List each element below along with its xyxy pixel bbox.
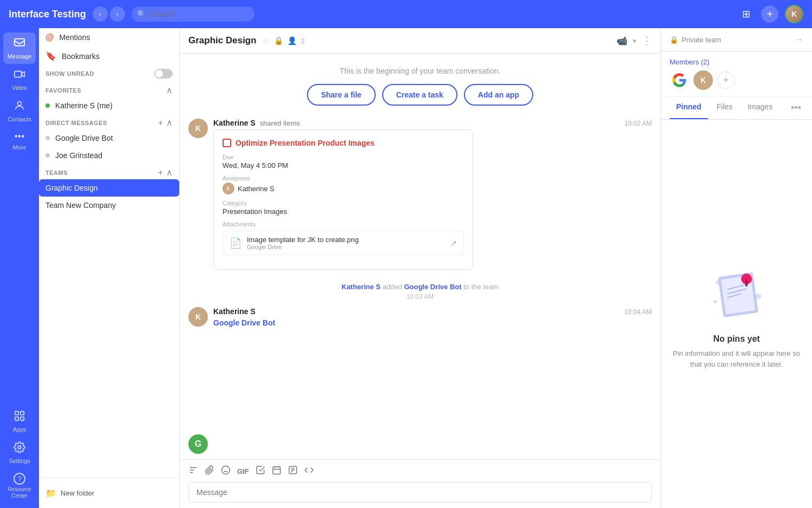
task-attachments: Attachments 📄 Image template for JK to c… (222, 221, 464, 255)
tabs-more-btn[interactable]: ••• (789, 97, 803, 119)
member-avatar-google (670, 70, 689, 90)
create-task-button[interactable]: Create a task (382, 84, 457, 106)
tab-files[interactable]: Files (710, 97, 739, 119)
more-icon: ••• (15, 131, 25, 142)
calendar-tool[interactable] (272, 465, 281, 478)
back-button[interactable]: ‹ (93, 6, 108, 22)
resource-icon: ? (14, 473, 25, 485)
nav-item-more[interactable]: ••• More (3, 127, 36, 155)
forward-button[interactable]: › (110, 6, 125, 22)
nav-label-more: More (12, 144, 26, 151)
message-content-1: Katherine S shared items 10:02 AM Optimi… (213, 119, 652, 270)
google-drive-mention[interactable]: Google Drive Bot (213, 318, 275, 327)
task-attachments-label: Attachments (222, 221, 464, 227)
add-app-button[interactable]: Add an app (464, 84, 533, 106)
top-header: Interface Testing ‹ › 🔍 ⊞ + K (0, 0, 812, 28)
sidebar-mentions[interactable]: @ Mentions (39, 28, 179, 47)
message-header-1: Katherine S shared items 10:02 AM (213, 119, 652, 127)
chat-start-text: This is the beginning of your team conve… (188, 54, 652, 84)
show-unread-toggle[interactable] (154, 69, 173, 79)
favorites-collapse-btn[interactable]: ∧ (166, 86, 173, 95)
attachment-source: Google Drive (247, 244, 445, 250)
right-panel: 🔒 Private team → Members (2) K + Pinned … (660, 28, 812, 508)
task-tool[interactable] (256, 465, 265, 478)
search-input[interactable] (132, 6, 254, 22)
note-tool[interactable] (288, 465, 298, 478)
tab-pinned[interactable]: Pinned (670, 97, 708, 119)
nav-label-apps: Apps (12, 426, 26, 433)
dm-actions: + ∧ (158, 119, 173, 127)
sidebar: @ Mentions 🔖 Bookmarks SHOW UNREAD FAVOR… (39, 28, 180, 508)
google-drive-bot-label: Google Drive Bot (55, 134, 113, 142)
video-dropdown-btn[interactable]: ▾ (633, 37, 637, 45)
teams-collapse-btn[interactable]: ∧ (166, 168, 173, 177)
system-bot-link[interactable]: Google Drive Bot (404, 283, 461, 291)
nav-label-message: Message (8, 53, 32, 60)
nav-item-settings[interactable]: Settings (3, 437, 36, 468)
code-tool[interactable] (304, 465, 314, 478)
dm-collapse-btn[interactable]: ∧ (166, 119, 173, 127)
attachment-name: Image template for JK to create.png (247, 236, 445, 244)
star-icon[interactable]: ☆ (262, 36, 270, 46)
contacts-icon (14, 100, 25, 114)
system-message: Katherine S added Google Drive Bot to th… (188, 278, 652, 293)
format-text-tool[interactable] (188, 465, 198, 478)
chat-messages: This is the beginning of your team conve… (180, 54, 660, 459)
task-checkbox[interactable] (222, 139, 231, 147)
sender-name-1: Katherine S (213, 119, 256, 127)
system-sender-link[interactable]: Katherine S (342, 283, 381, 291)
share-file-button[interactable]: Share a file (307, 84, 376, 106)
nav-item-video[interactable]: Video (3, 64, 36, 95)
right-panel-tabs: Pinned Files Images ••• (661, 97, 812, 120)
nav-item-apps[interactable]: Apps (3, 406, 36, 437)
member-count: 2 (301, 37, 305, 45)
nav-item-contacts[interactable]: Contacts (3, 95, 36, 127)
svg-rect-25 (745, 279, 748, 286)
system-end-text: to the team (463, 283, 499, 291)
nav-bottom: Apps Settings ? Resource Center (3, 406, 36, 504)
task-card-title: Optimize Presentation Product Images (222, 139, 464, 147)
task-assignees-label: Assignees (222, 175, 464, 181)
panel-close-btn[interactable]: → (795, 35, 803, 44)
graphic-design-label: Graphic Design (45, 184, 98, 192)
svg-point-28 (713, 300, 717, 303)
nav-arrows: ‹ › (93, 6, 125, 22)
attachment-link-icon[interactable]: ↗ (450, 239, 457, 248)
add-member-button[interactable]: + (717, 71, 735, 89)
sidebar-google-drive-bot[interactable]: Google Drive Bot (39, 129, 179, 147)
main-layout: Message Video Contacts ••• More Apps (0, 28, 812, 508)
message-2: K Katherine S 10:04 AM Google Drive Bot (188, 307, 652, 328)
nav-item-message[interactable]: Message (3, 32, 36, 64)
add-button[interactable]: + (761, 5, 778, 23)
joe-grinstead-label: Joe Grinstead (55, 151, 102, 160)
video-call-button[interactable]: 📹 (617, 36, 627, 46)
new-folder-btn[interactable]: 📁 New folder (45, 485, 173, 502)
grid-icon-button[interactable]: ⊞ (737, 5, 755, 23)
teams-label: TEAMS (45, 170, 68, 176)
more-options-btn[interactable]: ⋮ (642, 35, 652, 47)
gif-tool[interactable]: GIF (237, 465, 249, 478)
sidebar-katherine[interactable]: Katherine S (me) (39, 97, 179, 114)
online-indicator (45, 103, 50, 108)
emoji-tool[interactable] (221, 465, 231, 478)
teams-add-btn[interactable]: + (158, 168, 163, 177)
tab-images[interactable]: Images (741, 97, 779, 119)
sidebar-bookmarks[interactable]: 🔖 Bookmarks (39, 47, 179, 66)
chat-action-buttons: Share a file Create a task Add an app (188, 84, 652, 106)
nav-item-resource-center[interactable]: ? Resource Center (3, 468, 36, 504)
sidebar-joe-grinstead[interactable]: Joe Grinstead (39, 147, 179, 164)
sidebar-graphic-design[interactable]: Graphic Design (39, 179, 179, 197)
teams-section-label: TEAMS + ∧ (39, 164, 179, 179)
task-title-text: Optimize Presentation Product Images (235, 139, 375, 147)
sidebar-team-new-company[interactable]: Team New Company (39, 197, 179, 214)
right-panel-header: 🔒 Private team → (661, 28, 812, 51)
message-action-1: shared items (260, 119, 300, 127)
avatar-initials: K (786, 6, 802, 22)
message-input[interactable] (188, 482, 652, 503)
user-avatar[interactable]: K (785, 5, 803, 23)
dm-add-btn[interactable]: + (158, 119, 163, 127)
bookmarks-icon: 🔖 (45, 51, 56, 61)
task-due: Due Wed, May 4 5:00 PM (222, 154, 464, 170)
direct-messages-label: DIRECT MESSAGES (45, 120, 107, 126)
attach-tool[interactable] (205, 465, 214, 478)
